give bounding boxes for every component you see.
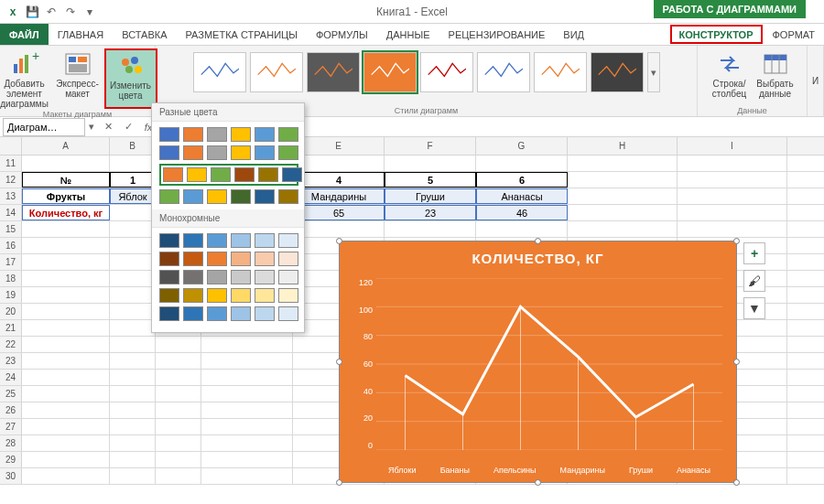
cell-A27[interactable]	[22, 419, 110, 434]
cell-C25[interactable]	[156, 386, 201, 402]
cell-C29[interactable]	[156, 452, 201, 467]
row-header[interactable]: 12	[0, 172, 22, 188]
cell-E12[interactable]: 4	[293, 172, 385, 188]
select-all-corner[interactable]	[0, 137, 22, 155]
cell-I14[interactable]	[678, 205, 787, 220]
color-swatch[interactable]	[258, 167, 278, 182]
undo-icon[interactable]: ↶	[43, 4, 60, 20]
color-swatch[interactable]	[255, 306, 275, 321]
color-swatch[interactable]	[207, 189, 227, 204]
column-header-B[interactable]: B	[110, 137, 156, 155]
cell-B14[interactable]	[110, 205, 156, 220]
color-swatch[interactable]	[231, 127, 251, 142]
color-swatch[interactable]	[255, 233, 275, 248]
cell-B13[interactable]: Яблок	[110, 188, 156, 204]
add-chart-element-button[interactable]: + Добавить элемент диаграммы	[0, 48, 51, 109]
tab-view[interactable]: ВИД	[554, 24, 593, 45]
color-swatch[interactable]	[231, 252, 251, 266]
cell-D25[interactable]	[201, 386, 293, 402]
cell-H11[interactable]	[568, 155, 678, 171]
tab-page-layout[interactable]: РАЗМЕТКА СТРАНИЦЫ	[176, 24, 306, 45]
color-swatch[interactable]	[187, 167, 207, 182]
color-swatch[interactable]	[183, 288, 203, 303]
cell-B15[interactable]	[110, 221, 156, 237]
cell-B28[interactable]	[110, 435, 156, 451]
column-header-E[interactable]: E	[293, 137, 385, 155]
row-header[interactable]: 23	[0, 353, 22, 369]
cell-E14[interactable]: 65	[293, 205, 385, 220]
cell-B20[interactable]	[110, 304, 156, 319]
cell-B12[interactable]: 1	[110, 172, 156, 188]
name-box-dropdown-icon[interactable]: ▾	[85, 121, 98, 133]
cell-B19[interactable]	[110, 287, 156, 303]
column-header-A[interactable]: A	[22, 137, 110, 155]
cell-F11[interactable]	[385, 155, 476, 171]
cell-G11[interactable]	[476, 155, 568, 171]
cell-F13[interactable]: Груши	[385, 188, 476, 204]
cell-A13[interactable]: Фрукты	[22, 188, 110, 204]
tab-file[interactable]: ФАЙЛ	[0, 24, 49, 45]
color-swatch[interactable]	[278, 189, 298, 204]
cell-G15[interactable]	[476, 221, 568, 237]
name-box[interactable]	[3, 118, 85, 136]
cell-I15[interactable]	[678, 221, 787, 237]
cell-A17[interactable]	[22, 254, 110, 270]
row-header[interactable]: 11	[0, 155, 22, 171]
enter-formula-icon[interactable]: ✓	[118, 121, 138, 133]
cell-B11[interactable]	[110, 155, 156, 171]
cell-A18[interactable]	[22, 271, 110, 286]
color-swatch[interactable]	[231, 233, 251, 248]
cell-G13[interactable]: Ананасы	[476, 188, 568, 204]
cell-F12[interactable]: 5	[385, 172, 476, 188]
qat-customize-icon[interactable]: ▾	[81, 4, 98, 20]
row-header[interactable]: 17	[0, 254, 22, 270]
cell-D22[interactable]	[201, 337, 293, 352]
redo-icon[interactable]: ↷	[62, 4, 79, 20]
cell-A23[interactable]	[22, 353, 110, 369]
cell-B30[interactable]	[110, 468, 156, 484]
cell-B29[interactable]	[110, 452, 156, 467]
color-swatch[interactable]	[159, 288, 179, 303]
color-swatch[interactable]	[207, 127, 227, 142]
cell-B17[interactable]	[110, 254, 156, 270]
color-swatch[interactable]	[207, 233, 227, 248]
cell-A20[interactable]	[22, 304, 110, 319]
color-swatch[interactable]	[231, 288, 251, 303]
color-swatch[interactable]	[159, 306, 179, 321]
cell-A21[interactable]	[22, 320, 110, 336]
cell-C26[interactable]	[156, 402, 201, 418]
color-swatch[interactable]	[255, 127, 275, 142]
column-header-I[interactable]: I	[678, 137, 787, 155]
tab-chart-design[interactable]: КОНСТРУКТОР	[670, 25, 763, 44]
cell-C27[interactable]	[156, 419, 201, 434]
cell-C24[interactable]	[156, 370, 201, 385]
color-swatch[interactable]	[183, 270, 203, 284]
color-swatch[interactable]	[159, 127, 179, 142]
chart-filters-button[interactable]: ▼	[743, 297, 765, 319]
change-colors-button[interactable]: Изменить цвета	[104, 48, 157, 109]
cell-E11[interactable]	[293, 155, 385, 171]
color-swatch[interactable]	[255, 189, 275, 204]
color-swatch[interactable]	[255, 288, 275, 303]
embedded-chart[interactable]: КОЛИЧЕСТВО, КГ 120100806040200 ЯблокиБан…	[339, 241, 737, 483]
cell-D28[interactable]	[201, 435, 293, 451]
row-header[interactable]: 29	[0, 452, 22, 467]
color-swatch[interactable]	[159, 145, 179, 160]
cell-H12[interactable]	[568, 172, 678, 188]
color-swatch[interactable]	[183, 189, 203, 204]
row-header[interactable]: 15	[0, 221, 22, 237]
cell-F14[interactable]: 23	[385, 205, 476, 220]
cell-B16[interactable]	[110, 238, 156, 253]
cell-G12[interactable]: 6	[476, 172, 568, 188]
chart-styles-button[interactable]: 🖌	[743, 270, 765, 292]
column-header-F[interactable]: F	[385, 137, 476, 155]
cell-I13[interactable]	[678, 188, 787, 204]
cell-B24[interactable]	[110, 370, 156, 385]
color-swatch[interactable]	[183, 127, 203, 142]
chart-title[interactable]: КОЛИЧЕСТВО, КГ	[340, 241, 736, 270]
color-swatch[interactable]	[207, 145, 227, 160]
cell-I11[interactable]	[678, 155, 787, 171]
cell-A22[interactable]	[22, 337, 110, 352]
row-header[interactable]: 19	[0, 287, 22, 303]
chart-style-1[interactable]	[193, 52, 246, 92]
